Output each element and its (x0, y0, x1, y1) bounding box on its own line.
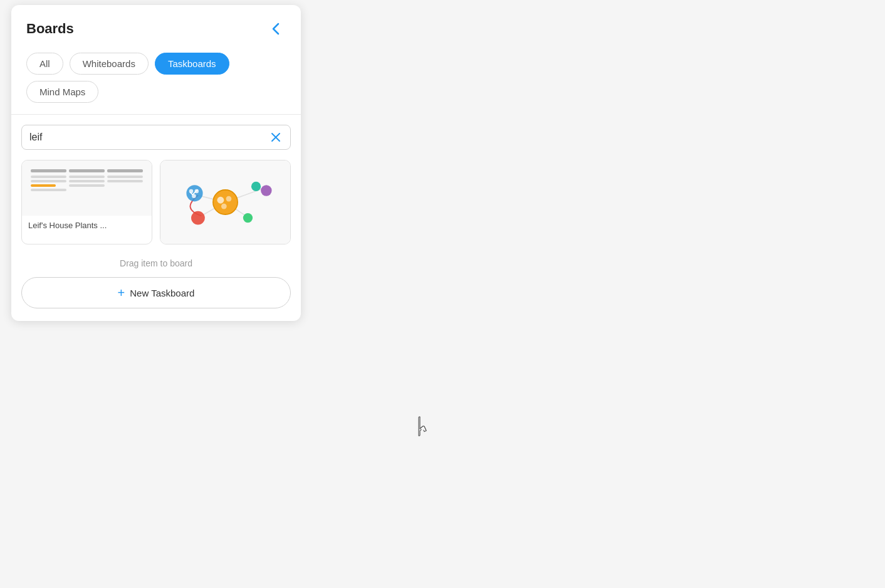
new-taskboard-button[interactable]: + New Taskboard (21, 277, 291, 308)
boards-grid: Leif's House Plants ... (11, 157, 301, 252)
svg-point-13 (191, 211, 205, 225)
taskboard-columns (27, 165, 147, 211)
col-item-2a (69, 176, 105, 178)
x-icon (271, 132, 281, 142)
chevron-left-icon (272, 23, 280, 35)
col-header-1 (31, 169, 66, 172)
search-wrapper (21, 125, 291, 150)
boards-panel: Boards All Whiteboards Taskboards Mind M… (11, 5, 301, 321)
board-card-online-plant[interactable]: Leif's online plant sh... (160, 160, 291, 244)
search-input[interactable] (29, 132, 269, 143)
tb-col-2 (69, 169, 105, 187)
board-thumbnail-taskboard (22, 160, 152, 216)
svg-point-14 (243, 213, 253, 223)
panel-title: Boards (26, 21, 74, 37)
col-item-1d (31, 189, 66, 191)
plus-icon: + (118, 286, 125, 299)
filter-tab-whiteboards[interactable]: Whiteboards (70, 53, 149, 75)
filter-tab-mind-maps[interactable]: Mind Maps (26, 81, 98, 103)
col-item-2c (69, 184, 105, 187)
col-item-1c (31, 184, 56, 187)
panel-header: Boards (11, 5, 301, 49)
col-header-2 (69, 169, 105, 172)
svg-point-5 (217, 197, 224, 204)
svg-point-4 (213, 190, 238, 214)
cursor-pointer (414, 416, 431, 438)
mindmap-svg (160, 160, 290, 244)
filter-tab-taskboards[interactable]: Taskboards (155, 53, 229, 75)
tb-col-1 (31, 169, 66, 191)
search-container (11, 115, 301, 157)
tb-col-3 (107, 169, 143, 182)
board-label-online-plant: Leif's online plant sh... (160, 244, 290, 244)
col-item-1b (31, 180, 66, 182)
new-taskboard-label: New Taskboard (130, 288, 194, 298)
page-container: Boards All Whiteboards Taskboards Mind M… (0, 0, 885, 588)
board-thumbnail-mindmap (160, 160, 290, 244)
pointer-cursor-icon (414, 416, 431, 438)
drag-hint: Drag item to board (11, 252, 301, 277)
board-card-house-plants[interactable]: Leif's House Plants ... (21, 160, 152, 244)
col-item-3a (107, 176, 143, 178)
svg-point-15 (261, 185, 271, 196)
col-item-2b (69, 180, 105, 182)
filter-tab-all[interactable]: All (26, 53, 63, 75)
col-item-1a (31, 176, 66, 178)
collapse-button[interactable] (266, 19, 286, 39)
col-item-3b (107, 180, 143, 182)
svg-point-12 (251, 182, 261, 191)
board-label-house-plants: Leif's House Plants ... (22, 216, 152, 235)
svg-point-7 (221, 204, 227, 209)
col-header-3 (107, 169, 143, 172)
filter-tabs: All Whiteboards Taskboards Mind Maps (11, 49, 301, 114)
clear-search-button[interactable] (269, 130, 283, 144)
svg-point-6 (226, 196, 232, 202)
